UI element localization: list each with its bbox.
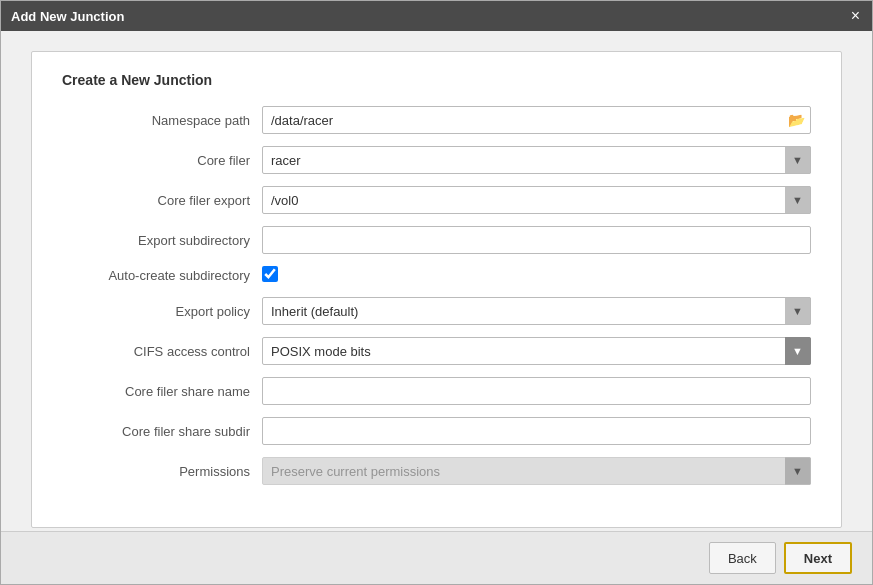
dialog-footer: Back Next — [1, 531, 872, 584]
add-new-junction-dialog: Add New Junction × Create a New Junction… — [0, 0, 873, 585]
core-filer-select-wrapper: racer ▼ — [262, 146, 811, 174]
section-title: Create a New Junction — [62, 72, 811, 88]
dialog-titlebar: Add New Junction × — [1, 1, 872, 31]
permissions-control: Preserve current permissions ▼ — [262, 457, 811, 485]
auto-create-subdirectory-label: Auto-create subdirectory — [62, 268, 262, 283]
cifs-access-control-label: CIFS access control — [62, 344, 262, 359]
back-button[interactable]: Back — [709, 542, 776, 574]
permissions-row: Permissions Preserve current permissions… — [62, 457, 811, 485]
core-filer-export-select-wrapper: /vol0 ▼ — [262, 186, 811, 214]
core-filer-share-name-input[interactable] — [262, 377, 811, 405]
export-subdirectory-label: Export subdirectory — [62, 233, 262, 248]
core-filer-share-name-control — [262, 377, 811, 405]
core-filer-row: Core filer racer ▼ — [62, 146, 811, 174]
cifs-access-control-select-wrapper: POSIX mode bits ▼ — [262, 337, 811, 365]
core-filer-export-select[interactable]: /vol0 — [262, 186, 811, 214]
namespace-path-control: 📂 — [262, 106, 811, 134]
close-button[interactable]: × — [849, 8, 862, 24]
export-policy-control: Inherit (default) ▼ — [262, 297, 811, 325]
core-filer-select[interactable]: racer — [262, 146, 811, 174]
core-filer-share-name-row: Core filer share name — [62, 377, 811, 405]
core-filer-export-label: Core filer export — [62, 193, 262, 208]
auto-create-subdirectory-checkbox[interactable] — [262, 266, 278, 282]
core-filer-share-subdir-control — [262, 417, 811, 445]
export-subdirectory-row: Export subdirectory — [62, 226, 811, 254]
dialog-title: Add New Junction — [11, 9, 124, 24]
permissions-select[interactable]: Preserve current permissions — [262, 457, 811, 485]
auto-create-subdirectory-row: Auto-create subdirectory — [62, 266, 811, 285]
core-filer-share-name-label: Core filer share name — [62, 384, 262, 399]
core-filer-share-subdir-label: Core filer share subdir — [62, 424, 262, 439]
next-button[interactable]: Next — [784, 542, 852, 574]
core-filer-export-control: /vol0 ▼ — [262, 186, 811, 214]
export-subdirectory-control — [262, 226, 811, 254]
namespace-path-input[interactable] — [262, 106, 811, 134]
core-filer-share-subdir-input[interactable] — [262, 417, 811, 445]
cifs-access-control-row: CIFS access control POSIX mode bits ▼ — [62, 337, 811, 365]
export-subdirectory-input[interactable] — [262, 226, 811, 254]
namespace-input-wrapper: 📂 — [262, 106, 811, 134]
export-policy-label: Export policy — [62, 304, 262, 319]
cifs-access-control-select[interactable]: POSIX mode bits — [262, 337, 811, 365]
permissions-label: Permissions — [62, 464, 262, 479]
dialog-body: Create a New Junction Namespace path 📂 C… — [1, 31, 872, 531]
core-filer-label: Core filer — [62, 153, 262, 168]
browse-icon[interactable]: 📂 — [787, 111, 805, 129]
cifs-access-control-control: POSIX mode bits ▼ — [262, 337, 811, 365]
namespace-path-label: Namespace path — [62, 113, 262, 128]
permissions-select-wrapper: Preserve current permissions ▼ — [262, 457, 811, 485]
export-policy-row: Export policy Inherit (default) ▼ — [62, 297, 811, 325]
namespace-path-row: Namespace path 📂 — [62, 106, 811, 134]
core-filer-export-row: Core filer export /vol0 ▼ — [62, 186, 811, 214]
core-filer-control: racer ▼ — [262, 146, 811, 174]
auto-create-subdirectory-control — [262, 266, 811, 285]
core-filer-share-subdir-row: Core filer share subdir — [62, 417, 811, 445]
export-policy-select[interactable]: Inherit (default) — [262, 297, 811, 325]
form-section: Create a New Junction Namespace path 📂 C… — [31, 51, 842, 528]
export-policy-select-wrapper: Inherit (default) ▼ — [262, 297, 811, 325]
